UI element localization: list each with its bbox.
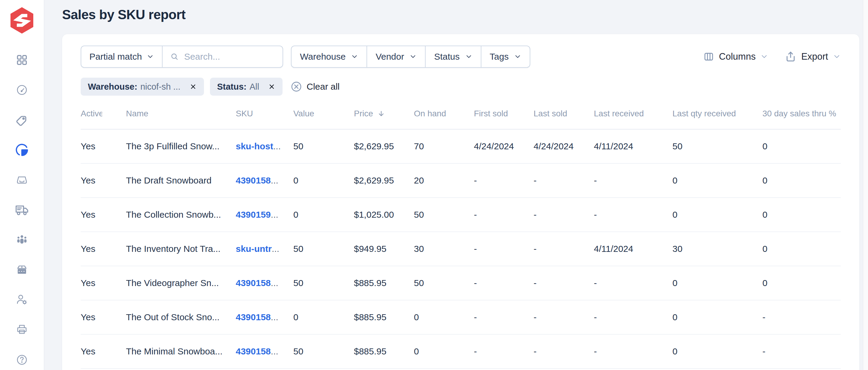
tag-icon[interactable] xyxy=(15,113,29,126)
stocky-logo[interactable] xyxy=(8,6,36,35)
filter-dropdown[interactable]: Status xyxy=(425,46,480,67)
cell-30d-sales-thru: - xyxy=(763,346,841,357)
table-row[interactable]: Yes The Collection Snowb... 4390159... 0… xyxy=(81,198,841,232)
column-header[interactable]: 30 day sales thru % xyxy=(763,109,841,118)
filter-dropdown[interactable]: Vendor xyxy=(367,46,425,67)
chip-remove-button[interactable] xyxy=(268,83,275,90)
pie-chart-icon[interactable] xyxy=(15,143,29,156)
table-row[interactable]: Yes The Draft Snowboard 4390158... 0 $2,… xyxy=(81,164,841,198)
cell-name: The 3p Fulfilled Snow... xyxy=(126,141,236,151)
cell-price: $2,629.95 xyxy=(354,141,414,151)
column-header[interactable]: Name xyxy=(126,109,236,118)
clear-all-label: Clear all xyxy=(307,82,340,92)
column-header[interactable]: Last qty received xyxy=(673,109,763,118)
sku-link[interactable]: sku-host xyxy=(236,141,273,151)
table-row[interactable]: Yes The Inventory Not Tra... sku-untr...… xyxy=(81,232,841,266)
printer-icon[interactable] xyxy=(15,323,29,336)
cell-price: $885.95 xyxy=(354,278,414,288)
sku-link[interactable]: 4390159 xyxy=(236,210,271,219)
cell-price: $949.95 xyxy=(354,244,414,254)
table-row[interactable]: Yes The Minimal Snowboa... 4390158... 50… xyxy=(81,335,841,369)
chip-value: nicof-sh ... xyxy=(141,82,181,92)
sku-link[interactable]: 4390158 xyxy=(236,176,271,185)
search-icon xyxy=(170,52,179,61)
sku-link[interactable]: 4390158 xyxy=(236,278,271,288)
report-card: Partial match Warehouse Vendor Status Ta… xyxy=(62,34,859,370)
team-icon[interactable] xyxy=(15,233,29,246)
column-header[interactable]: On hand xyxy=(414,109,474,118)
filter-dropdown[interactable]: Warehouse xyxy=(291,46,367,67)
user-settings-icon[interactable] xyxy=(15,293,29,306)
column-header[interactable]: First sold xyxy=(474,109,534,118)
cell-sku: 4390159... xyxy=(236,210,293,220)
inbox-icon[interactable] xyxy=(15,173,29,186)
chips-host: Warehouse: nicof-sh ... Status: All xyxy=(81,78,282,96)
cell-price: $1,025.00 xyxy=(354,210,414,220)
column-header[interactable]: Active xyxy=(81,109,126,118)
cell-first-sold: - xyxy=(474,312,534,322)
cell-last-qty-received: 50 xyxy=(673,141,763,151)
package-icon[interactable] xyxy=(15,263,29,276)
cell-last-sold: - xyxy=(534,176,594,186)
cell-last-received: - xyxy=(594,346,673,357)
table-row[interactable]: Yes The Videographer Sn... 4390158... 50… xyxy=(81,266,841,301)
sku-ellipsis: ... xyxy=(271,278,278,288)
cell-last-qty-received: 0 xyxy=(673,278,763,288)
cell-last-sold: - xyxy=(534,278,594,288)
column-header[interactable]: Value xyxy=(293,109,354,118)
cell-name: The Minimal Snowboa... xyxy=(126,346,236,357)
cell-last-sold: 4/24/2024 xyxy=(534,141,594,151)
cell-active: Yes xyxy=(81,210,126,220)
cell-last-received: - xyxy=(594,210,673,220)
cell-30d-sales-thru: 0 xyxy=(763,210,841,220)
column-header[interactable]: Last sold xyxy=(534,109,594,118)
columns-icon xyxy=(703,51,714,62)
apps-grid-icon[interactable] xyxy=(15,53,29,67)
sku-link[interactable]: 4390158 xyxy=(236,346,271,356)
filter-dropdown[interactable]: Tags xyxy=(481,46,530,67)
chevron-down-icon xyxy=(833,53,841,61)
gauge-icon[interactable] xyxy=(15,83,29,97)
chip-label: Warehouse: xyxy=(88,82,137,92)
clear-all-icon xyxy=(290,81,302,93)
help-icon[interactable] xyxy=(15,353,29,366)
match-mode-dropdown[interactable]: Partial match xyxy=(81,46,162,67)
table-row[interactable]: Yes The Out of Stock Sno... 4390158... 0… xyxy=(81,301,841,335)
cell-sku: sku-host... xyxy=(236,141,293,151)
cell-price: $885.95 xyxy=(354,312,414,322)
chip-remove-button[interactable] xyxy=(190,83,197,90)
cell-first-sold: 4/24/2024 xyxy=(474,141,534,151)
sku-link[interactable]: 4390158 xyxy=(236,312,271,322)
column-header[interactable]: SKU xyxy=(236,109,293,118)
cell-sku: 4390158... xyxy=(236,346,293,357)
sku-link[interactable]: sku-untr xyxy=(236,244,272,254)
clear-all-button[interactable]: Clear all xyxy=(290,81,340,93)
cell-on-hand: 50 xyxy=(414,278,474,288)
chevron-down-icon xyxy=(351,53,358,60)
search-input[interactable] xyxy=(184,52,275,62)
cell-value: 50 xyxy=(293,346,354,357)
cell-on-hand: 50 xyxy=(414,210,474,220)
cell-on-hand: 20 xyxy=(414,176,474,186)
cell-last-sold: - xyxy=(534,346,594,357)
filter-dropdown-label: Warehouse xyxy=(300,52,345,62)
top-actions: Columns Export xyxy=(703,45,841,68)
columns-button[interactable]: Columns xyxy=(703,51,768,62)
table-row[interactable]: Yes The 3p Fulfilled Snow... sku-host...… xyxy=(81,129,841,164)
cell-name: The Draft Snowboard xyxy=(126,176,236,186)
chip-label: Status: xyxy=(217,82,247,92)
truck-icon[interactable] xyxy=(15,203,29,216)
cell-first-sold: - xyxy=(474,176,534,186)
export-button[interactable]: Export xyxy=(785,51,841,62)
cell-on-hand: 0 xyxy=(414,346,474,357)
cell-value: 0 xyxy=(293,312,354,322)
column-header[interactable]: Last received xyxy=(594,109,673,118)
column-header[interactable]: Price xyxy=(354,109,414,118)
scrollbar[interactable] xyxy=(863,0,868,370)
chevron-down-icon xyxy=(514,53,521,60)
cell-active: Yes xyxy=(81,176,126,186)
export-label: Export xyxy=(801,51,828,62)
cell-on-hand: 30 xyxy=(414,244,474,254)
cell-value: 50 xyxy=(293,278,354,288)
cell-30d-sales-thru: 0 xyxy=(763,176,841,186)
